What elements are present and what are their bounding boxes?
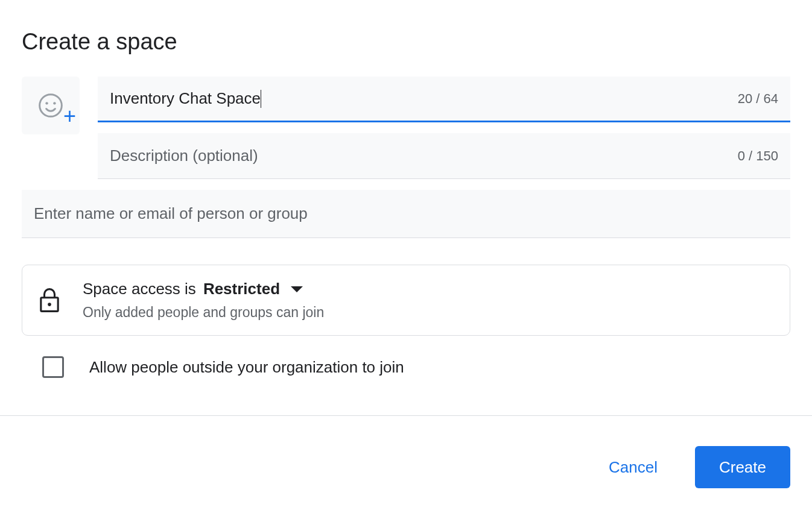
access-subtitle: Only added people and groups can join [83,304,324,321]
create-button[interactable]: Create [695,446,790,488]
chevron-down-icon [291,286,303,292]
lock-icon [39,288,60,312]
svg-point-0 [40,95,62,117]
svg-point-2 [53,102,56,104]
cancel-button[interactable]: Cancel [585,446,682,488]
name-row: + Inventory Chat Space 20 / 64 0 / 150 [22,77,790,179]
people-input[interactable] [34,204,778,223]
space-name-field[interactable]: Inventory Chat Space 20 / 64 [98,77,790,122]
allow-external-label: Allow people outside your organization t… [89,358,404,377]
dialog-title: Create a space [22,29,790,55]
svg-point-1 [45,102,48,104]
create-space-dialog: Create a space + Inventory Chat Space 20… [0,0,812,512]
access-title: Space access is Restricted [83,280,324,298]
allow-external-checkbox[interactable] [42,356,64,378]
description-char-count: 0 / 150 [738,148,778,164]
space-name-value: Inventory Chat Space [110,89,261,108]
description-input[interactable] [110,146,728,165]
people-field[interactable] [22,190,790,238]
fields-column: Inventory Chat Space 20 / 64 0 / 150 [98,77,790,179]
emoji-face-icon [37,92,64,119]
plus-icon: + [63,105,76,127]
emoji-picker-button[interactable]: + [22,77,80,134]
button-row: Cancel Create [22,416,790,512]
name-char-count: 20 / 64 [738,91,778,107]
svg-point-4 [48,303,51,306]
access-text: Space access is Restricted Only added pe… [83,280,324,321]
external-access-row: Allow people outside your organization t… [22,356,790,378]
description-field[interactable]: 0 / 150 [98,133,790,179]
space-access-dropdown[interactable]: Space access is Restricted Only added pe… [22,265,790,336]
